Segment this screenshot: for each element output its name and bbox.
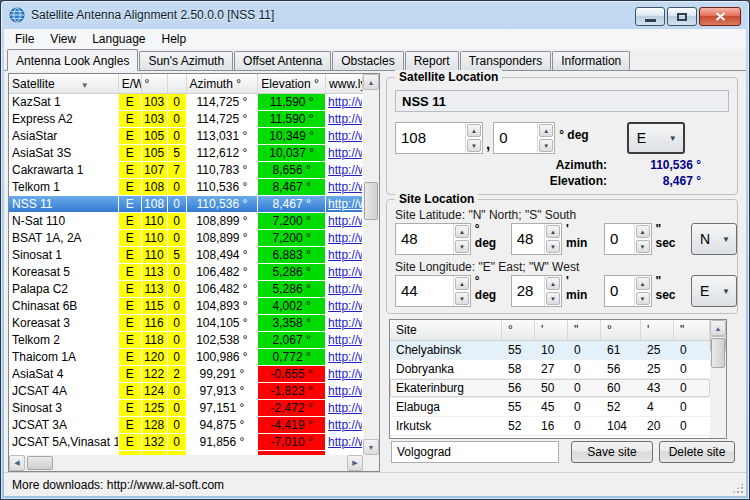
longitude-sec-value[interactable]: 0 — [605, 276, 633, 306]
satellite-link[interactable]: http://w — [328, 333, 363, 347]
satellite-degrees-up-button[interactable]: ▲ — [467, 124, 481, 137]
titlebar[interactable]: Satellite Antenna Alignment 2.50.0.0 [NS… — [1, 1, 749, 29]
site-row[interactable]: Elabuga554505240 — [390, 398, 710, 417]
site-row[interactable]: Ekaterinburg5650060430 — [390, 379, 710, 398]
satellite-hemisphere-combo[interactable]: E▼ — [627, 122, 685, 154]
latitude-deg-down-button[interactable]: ▼ — [455, 240, 469, 253]
table-row[interactable]: JCSAT 5A,Vinasat 1E132091,856 °-7,010 °h… — [9, 434, 363, 451]
latitude-deg-up-button[interactable]: ▲ — [455, 225, 469, 238]
satellite-link[interactable]: http://w — [328, 163, 363, 177]
site-column-header[interactable]: ' — [641, 320, 674, 340]
site-row[interactable]: Dobryanka5827056250 — [390, 360, 710, 379]
site-column-header[interactable]: ° — [502, 320, 535, 340]
satellite-link[interactable]: http://w — [328, 129, 363, 143]
site-column-header[interactable]: Site — [390, 320, 502, 340]
satellite-fraction-down-button[interactable]: ▼ — [539, 139, 553, 152]
menu-item-view[interactable]: View — [42, 30, 84, 48]
table-row[interactable]: JCSAT 4AE124097,913 °-1,823 °http://w — [9, 383, 363, 400]
longitude-min-up-button[interactable]: ▲ — [546, 277, 560, 290]
column-header-link[interactable]: www.lyn — [326, 74, 363, 93]
satellite-link[interactable]: http://w — [328, 248, 363, 262]
scroll-up-button[interactable]: ▲ — [363, 74, 379, 90]
maximize-button[interactable] — [667, 7, 697, 26]
satellite-fraction-up-button[interactable]: ▲ — [539, 124, 553, 137]
table-row[interactable]: AsiaSat 3SE1055112,612 °10,037 °http://w — [9, 145, 363, 162]
hscroll-thumb[interactable] — [27, 456, 53, 470]
latitude-min-value[interactable]: 48 — [512, 224, 544, 254]
satellite-degrees-down-button[interactable]: ▼ — [467, 139, 481, 152]
satellite-link[interactable]: http://w — [328, 265, 363, 279]
satellite-link[interactable]: http://w — [328, 367, 363, 381]
longitude-min-spinner[interactable]: 28▲▼ — [511, 275, 562, 307]
satellite-link[interactable]: http://w — [328, 146, 363, 160]
longitude-hemisphere-combo[interactable]: E▼ — [691, 275, 737, 307]
column-header-min[interactable] — [168, 74, 187, 93]
satellite-table-vscrollbar[interactable]: ▲ ▼ — [363, 74, 379, 455]
menu-item-help[interactable]: Help — [154, 30, 195, 48]
latitude-min-down-button[interactable]: ▼ — [546, 240, 560, 253]
table-row[interactable]: Telkom 1E1080110,536 °8,467 °http://w — [9, 179, 363, 196]
site-row[interactable]: Irkutsk52160104200 — [390, 417, 710, 436]
satellite-degrees-value[interactable]: 108 — [396, 123, 465, 153]
longitude-sec-spinner[interactable]: 0▲▼ — [604, 275, 651, 307]
table-row[interactable]: Chinasat 6BE1150104,893 °4,002 °http://w — [9, 298, 363, 315]
table-row[interactable]: AsiaStarE1050113,031 °10,349 °http://w — [9, 128, 363, 145]
satellite-degrees-spinner[interactable]: 108▲▼ — [395, 122, 483, 154]
satellite-link[interactable]: http://w — [328, 299, 363, 313]
table-row[interactable]: BSAT 1A, 2AE1100108,899 °7,200 °http://w — [9, 230, 363, 247]
satellite-fraction-value[interactable]: 0 — [494, 123, 537, 153]
satellite-link[interactable]: http://w — [328, 95, 363, 109]
longitude-deg-value[interactable]: 44 — [396, 276, 453, 306]
close-button[interactable] — [699, 7, 741, 26]
latitude-deg-value[interactable]: 48 — [396, 224, 453, 254]
table-row[interactable]: Cakrawarta 1E1077110,783 °8,656 °http://… — [9, 162, 363, 179]
latitude-min-up-button[interactable]: ▲ — [546, 225, 560, 238]
satellite-link[interactable]: http://w — [328, 435, 363, 449]
longitude-deg-spinner[interactable]: 44▲▼ — [395, 275, 471, 307]
table-row[interactable]: Sinosat 3E125097,151 °-2,472 °http://w — [9, 400, 363, 417]
satellite-link[interactable]: http://w — [328, 316, 363, 330]
latitude-sec-up-button[interactable]: ▲ — [636, 225, 650, 238]
table-row[interactable]: AsiaSat 4E122299,291 °-0,655 °http://w — [9, 366, 363, 383]
table-row[interactable]: N-Sat 110E1100108,899 °7,200 °http://w — [9, 213, 363, 230]
tab-offset-antenna[interactable]: Offset Antenna — [234, 51, 331, 70]
site-column-header[interactable]: " — [568, 320, 601, 340]
delete-site-button[interactable]: Delete site — [659, 441, 735, 463]
table-row[interactable]: Koreasat 3E1160104,105 °3,358 °http://w — [9, 315, 363, 332]
site-column-header[interactable]: " — [674, 320, 710, 340]
satellite-link[interactable]: http://w — [328, 197, 363, 211]
satellite-fraction-spinner[interactable]: 0▲▼ — [493, 122, 555, 154]
site-column-header[interactable]: ' — [535, 320, 568, 340]
column-header-azimuth[interactable]: Azimuth ° — [187, 74, 259, 93]
satellite-table-hscrollbar[interactable]: ◀ ▶ — [9, 455, 363, 471]
satellite-link[interactable]: http://w — [328, 418, 363, 432]
column-header-ew[interactable]: E/W — [119, 74, 142, 93]
save-site-button[interactable]: Save site — [571, 441, 653, 463]
vscroll-thumb[interactable] — [364, 182, 378, 220]
scroll-down-button[interactable]: ▼ — [363, 439, 379, 455]
latitude-sec-spinner[interactable]: 0▲▼ — [604, 223, 651, 255]
latitude-hemisphere-combo[interactable]: N▼ — [691, 223, 737, 255]
table-row[interactable]: Sinosat 1E1105108,494 °6,883 °http://w — [9, 247, 363, 264]
scroll-right-button[interactable]: ▶ — [347, 455, 363, 471]
satellite-link[interactable]: http://w — [328, 384, 363, 398]
tab-antenna-look-angles[interactable]: Antenna Look Angles — [7, 49, 138, 71]
table-row[interactable]: Telkom 2E1180102,538 °2,067 °http://w — [9, 332, 363, 349]
menu-item-language[interactable]: Language — [84, 30, 153, 48]
site-row[interactable]: Chelyabinsk5510061250 — [390, 341, 710, 360]
tab-information[interactable]: Information — [552, 51, 630, 70]
satellite-link[interactable]: http://w — [328, 214, 363, 228]
latitude-deg-spinner[interactable]: 48▲▼ — [395, 223, 471, 255]
latitude-sec-down-button[interactable]: ▼ — [636, 240, 650, 253]
tab-transponders[interactable]: Transponders — [460, 51, 552, 70]
longitude-min-value[interactable]: 28 — [512, 276, 544, 306]
longitude-deg-down-button[interactable]: ▼ — [455, 292, 469, 305]
scroll-left-button[interactable]: ◀ — [9, 455, 25, 471]
satellite-link[interactable]: http://w — [328, 282, 363, 296]
table-row[interactable]: Express A2E1030114,725 °11,590 °http://w — [9, 111, 363, 128]
latitude-min-spinner[interactable]: 48▲▼ — [511, 223, 562, 255]
table-row[interactable]: KazSat 1E1030114,725 °11,590 °http://w — [9, 94, 363, 111]
tab-obstacles[interactable]: Obstacles — [332, 51, 403, 70]
table-row[interactable]: Thaicom 1AE1200100,986 °0,772 °http://w — [9, 349, 363, 366]
site-name-input[interactable] — [391, 441, 559, 463]
